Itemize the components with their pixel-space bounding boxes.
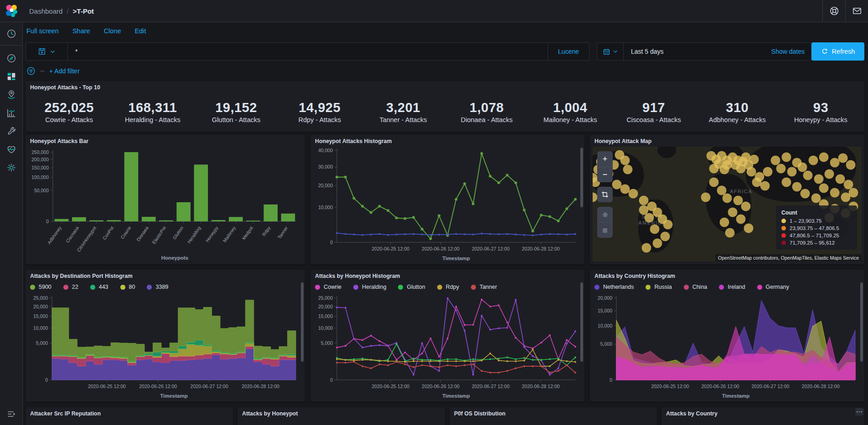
attack-location-dot[interactable] xyxy=(803,171,813,180)
attack-location-dot[interactable] xyxy=(725,228,734,238)
attack-location-dot[interactable] xyxy=(792,182,802,192)
attack-location-dot[interactable] xyxy=(628,189,638,199)
legend-item-glutton[interactable]: Glutton xyxy=(398,284,425,290)
attack-location-dot[interactable] xyxy=(808,156,818,165)
menu-link-share[interactable]: Share xyxy=(72,27,90,35)
attacks-by-port-chart[interactable]: 05,00010,00015,00020,00025,0002020-06-25… xyxy=(26,293,304,401)
attack-location-dot[interactable] xyxy=(709,178,718,187)
attack-location-dot[interactable] xyxy=(620,156,630,165)
map-attribution[interactable]: OpenStreetMap contributors, OpenMapTiles… xyxy=(715,254,862,261)
sidebar-item-monitoring[interactable] xyxy=(0,140,23,159)
date-picker-bar[interactable]: Last 5 days Show dates xyxy=(597,42,811,61)
help-button[interactable] xyxy=(822,0,845,22)
attack-location-dot[interactable] xyxy=(652,238,662,248)
attack-location-dot[interactable] xyxy=(744,223,754,233)
newsfeed-button[interactable] xyxy=(845,0,868,22)
map-zoom-in-button[interactable]: + xyxy=(597,151,613,167)
attack-location-dot[interactable] xyxy=(663,220,673,230)
elastic-logo[interactable] xyxy=(0,0,23,22)
sidebar-item-management[interactable] xyxy=(0,159,23,177)
legend-item-rdpy[interactable]: Rdpy xyxy=(437,284,459,290)
search-query-input[interactable]: * xyxy=(68,48,548,55)
attack-location-dot[interactable] xyxy=(801,189,810,199)
sidebar-item-discover[interactable] xyxy=(0,49,23,67)
attack-location-dot[interactable] xyxy=(763,167,772,177)
legend-item-ireland[interactable]: Ireland xyxy=(719,284,745,290)
attack-location-dot[interactable] xyxy=(709,164,718,173)
attack-location-dot[interactable] xyxy=(846,160,856,170)
attack-location-dot[interactable] xyxy=(593,192,598,202)
attacks-by-country-chart[interactable]: 05,00010,00015,00020,0002020-06-25 12:00… xyxy=(591,293,863,401)
attack-map[interactable]: AFRICA SOUTH AMERICA + − xyxy=(593,147,862,261)
query-language-switcher[interactable]: Lucene xyxy=(548,43,589,60)
map-zoom-out-button[interactable]: − xyxy=(597,167,613,182)
attack-location-dot[interactable] xyxy=(736,214,745,224)
attack-location-dot[interactable] xyxy=(819,183,829,193)
filter-icon[interactable] xyxy=(26,67,36,76)
breadcrumb-dashboard[interactable]: Dashboard xyxy=(29,7,62,15)
attack-location-dot[interactable] xyxy=(781,178,791,187)
legend-item-cowrie[interactable]: Cowrie xyxy=(315,284,341,290)
sidebar-item-maps[interactable] xyxy=(0,86,23,104)
attacks-by-honeypot-chart[interactable]: 05,00010,00015,00020,00025,0002020-06-25… xyxy=(311,293,584,401)
legend-item-tanner[interactable]: Tanner xyxy=(471,284,497,290)
legend-item-china[interactable]: China xyxy=(684,284,708,290)
honeypot-attacks-bar-chart[interactable]: 050,000100,000150,000200,000250,000Adbho… xyxy=(26,146,304,263)
attack-location-dot[interactable] xyxy=(639,205,649,215)
query-bar[interactable]: * Lucene xyxy=(26,42,589,61)
menu-link-full-screen[interactable]: Full screen xyxy=(26,27,59,35)
attack-location-dot[interactable] xyxy=(819,152,829,162)
attack-location-dot[interactable] xyxy=(814,174,823,184)
panel-scrollbar[interactable] xyxy=(580,148,583,244)
panel-scrollbar[interactable] xyxy=(301,282,304,382)
legend-item-3389[interactable]: 3389 xyxy=(147,284,168,290)
attack-location-dot[interactable] xyxy=(749,154,759,164)
panel-scrollbar[interactable] xyxy=(860,282,863,382)
attack-location-dot[interactable] xyxy=(661,231,670,241)
collapse-menu-button[interactable] xyxy=(0,406,23,422)
map-draw-polygon-button[interactable] xyxy=(597,207,613,222)
menu-link-edit[interactable]: Edit xyxy=(135,27,146,35)
map-fit-bounds-button[interactable] xyxy=(597,187,613,202)
attack-location-dot[interactable] xyxy=(825,169,834,179)
time-range-value[interactable]: Last 5 days xyxy=(624,48,771,55)
legend-item-netherlands[interactable]: Netherlands xyxy=(594,284,634,290)
add-filter-button[interactable]: + Add filter xyxy=(49,67,80,75)
attack-location-dot[interactable] xyxy=(720,218,729,227)
saved-query-menu-button[interactable] xyxy=(26,43,68,60)
attack-location-dot[interactable] xyxy=(701,192,710,202)
attack-location-dot[interactable] xyxy=(776,164,786,173)
show-dates-button[interactable]: Show dates xyxy=(771,48,811,55)
sidebar-item-dashboard[interactable] xyxy=(0,67,23,86)
panel-scrollbar[interactable] xyxy=(580,282,583,382)
attack-location-dot[interactable] xyxy=(650,225,659,234)
attack-location-dot[interactable] xyxy=(720,165,729,174)
attack-location-dot[interactable] xyxy=(781,152,791,162)
attack-location-dot[interactable] xyxy=(849,188,858,197)
legend-item-22[interactable]: 22 xyxy=(63,284,78,290)
panel-options-button[interactable] xyxy=(855,408,863,415)
attack-location-dot[interactable] xyxy=(838,154,847,163)
honeypot-attacks-histogram-chart[interactable]: 010,00020,00030,00040,0002020-06-25 12:0… xyxy=(311,146,584,263)
attack-location-dot[interactable] xyxy=(830,188,840,197)
date-quick-select-button[interactable] xyxy=(597,43,624,60)
map-draw-bounds-button[interactable] xyxy=(597,222,613,238)
sidebar-item-visualize[interactable] xyxy=(0,104,23,122)
legend-item-443[interactable]: 443 xyxy=(90,284,108,290)
attack-location-dot[interactable] xyxy=(728,207,737,217)
refresh-button[interactable]: Refresh xyxy=(811,42,864,61)
attack-location-dot[interactable] xyxy=(644,213,654,223)
legend-item-russia[interactable]: Russia xyxy=(646,284,672,290)
attack-location-dot[interactable] xyxy=(787,167,796,177)
attack-location-dot[interactable] xyxy=(760,181,770,190)
attack-location-dot[interactable] xyxy=(741,202,751,211)
attack-location-dot[interactable] xyxy=(723,194,732,203)
attack-location-dot[interactable] xyxy=(642,243,651,252)
legend-item-heralding[interactable]: Heralding xyxy=(353,284,387,290)
menu-link-clone[interactable]: Clone xyxy=(104,27,121,35)
sidebar-item-recently-viewed[interactable] xyxy=(0,22,23,45)
legend-item-80[interactable]: 80 xyxy=(120,284,135,290)
sidebar-item-dev-tools[interactable] xyxy=(0,122,23,140)
legend-item-germany[interactable]: Germany xyxy=(757,284,789,290)
legend-item-5900[interactable]: 5900 xyxy=(30,284,52,290)
